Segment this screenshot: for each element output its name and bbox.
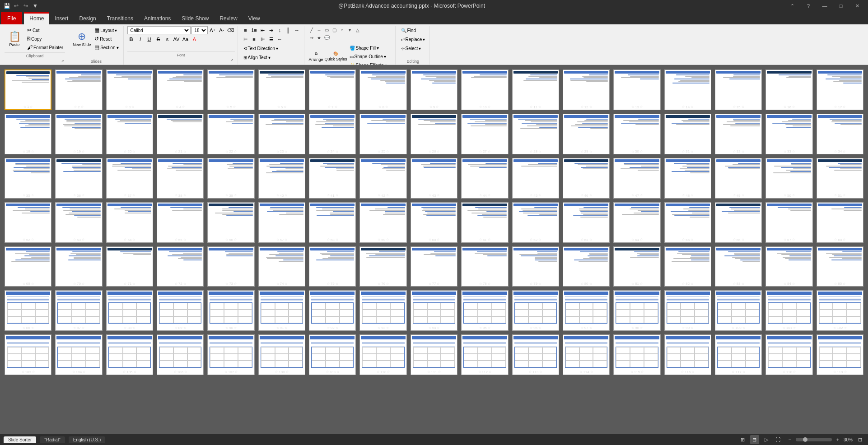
slide-thumb[interactable]: ☆109☆ xyxy=(309,334,356,375)
slide-thumb[interactable]: ☆62☆ xyxy=(512,202,559,243)
minimize-button[interactable]: — xyxy=(817,0,833,12)
slide-thumb[interactable]: ☆10☆ xyxy=(461,70,508,110)
undo-button[interactable]: ↩ xyxy=(12,2,20,10)
change-case-button[interactable]: Aa xyxy=(182,35,190,43)
slide-thumb[interactable]: ☆112☆ xyxy=(461,334,508,375)
slide-thumb[interactable]: ☆107☆ xyxy=(207,334,254,375)
slide-thumb[interactable]: ☆83☆ xyxy=(715,246,762,287)
tab-slideshow[interactable]: Slide Show xyxy=(176,12,214,24)
slide-thumb[interactable]: ☆24☆ xyxy=(309,114,356,154)
reading-view-button[interactable]: ▷ xyxy=(762,435,771,444)
slide-thumb[interactable]: ☆31☆ xyxy=(664,114,711,154)
slide-thumb[interactable]: ☆113☆ xyxy=(512,334,559,375)
slide-thumb[interactable]: ☆19☆ xyxy=(55,114,102,154)
slide-thumb[interactable]: ☆4☆ xyxy=(157,70,204,110)
columns-button[interactable]: ║ xyxy=(285,26,293,34)
slide-thumb[interactable]: ☆105☆ xyxy=(106,334,153,375)
slide-thumb[interactable]: ☆93☆ xyxy=(359,290,406,331)
slide-thumb[interactable]: ☆50☆ xyxy=(765,158,812,199)
shape-outline-button[interactable]: ▭ Shape Outline ▾ xyxy=(348,52,389,60)
slide-thumb[interactable]: ☆22☆ xyxy=(207,114,254,154)
slide-thumb[interactable]: ☆59☆ xyxy=(359,202,406,243)
slide-thumb[interactable]: ☆80☆ xyxy=(563,246,610,287)
shape-callout[interactable]: 💬 xyxy=(323,34,331,41)
slide-thumb[interactable]: ☆119☆ xyxy=(817,334,863,375)
slide-thumb[interactable]: ☆73☆ xyxy=(207,246,254,287)
slide-thumb[interactable]: ☆70☆ xyxy=(55,246,102,287)
slide-thumb[interactable]: ☆15☆ xyxy=(715,70,762,110)
section-button[interactable]: ▤ Section ▾ xyxy=(93,43,120,51)
slide-thumb[interactable]: ☆75☆ xyxy=(309,246,356,287)
slide-thumb[interactable]: ☆74☆ xyxy=(258,246,305,287)
char-spacing-button[interactable]: AV xyxy=(173,35,181,43)
slide-thumb[interactable]: ☆56☆ xyxy=(207,202,254,243)
font-shrink-button[interactable]: A- xyxy=(218,26,226,34)
shape-more[interactable]: ▾ xyxy=(346,26,354,33)
slide-thumb[interactable]: ☆100☆ xyxy=(715,290,762,331)
slide-thumb[interactable]: ☆55☆ xyxy=(157,202,204,243)
slide-thumb[interactable]: ☆30☆ xyxy=(613,114,660,154)
redo-button[interactable]: ↪ xyxy=(22,2,30,10)
tab-view[interactable]: View xyxy=(243,12,266,24)
slide-thumb[interactable]: ☆66☆ xyxy=(715,202,762,243)
help-button[interactable]: ? xyxy=(800,0,817,12)
shape-oval[interactable]: ○ xyxy=(339,26,346,33)
tab-design[interactable]: Design xyxy=(74,12,101,24)
shape-effects-button[interactable]: ✨ Shape Effects ▾ xyxy=(348,61,389,65)
slide-thumb[interactable]: ☆82☆ xyxy=(664,246,711,287)
shape-star[interactable]: ★ xyxy=(316,34,323,41)
align-text-button[interactable]: ⊞ Align Text ▾ xyxy=(242,53,272,61)
line-spacing-button[interactable]: ↕ xyxy=(276,26,284,34)
font-launcher[interactable]: ↗ xyxy=(229,57,235,63)
normal-view-button[interactable]: ⊞ xyxy=(738,435,747,444)
slide-thumb[interactable]: ☆117☆ xyxy=(715,334,762,375)
slide-thumb[interactable]: ☆40☆ xyxy=(258,158,305,199)
slide-thumb[interactable]: ☆69☆ xyxy=(5,246,51,287)
zoom-out-button[interactable]: − xyxy=(785,435,794,444)
slide-thumb[interactable]: ☆12☆ xyxy=(563,70,610,110)
slide-thumb[interactable]: ☆84☆ xyxy=(765,246,812,287)
slide-thumb[interactable]: ☆2☆ xyxy=(55,70,102,110)
slide-thumb[interactable]: ☆18☆ xyxy=(5,114,51,154)
slide-thumb[interactable]: ☆41☆ xyxy=(309,158,356,199)
reset-button[interactable]: ↺ Reset xyxy=(93,35,120,43)
slide-thumb[interactable]: ☆46☆ xyxy=(563,158,610,199)
slide-thumb[interactable]: ☆92☆ xyxy=(309,290,356,331)
italic-button[interactable]: I xyxy=(136,35,145,43)
slideshow-button[interactable]: ⛶ xyxy=(774,435,783,444)
shape-fill-button[interactable]: 🪣 Shape Fill ▾ xyxy=(348,44,389,52)
language-tab[interactable]: English (U.S.) xyxy=(69,436,106,443)
slide-thumb[interactable]: ☆34☆ xyxy=(817,114,863,154)
slide-sorter-tab[interactable]: Slide Sorter xyxy=(4,436,36,443)
slide-thumb[interactable]: ☆17☆ xyxy=(817,70,863,110)
slide-thumb[interactable]: ☆86☆ xyxy=(5,290,51,331)
slide-thumb[interactable]: ☆5☆ xyxy=(207,70,254,110)
slide-thumb[interactable]: ☆57☆ xyxy=(258,202,305,243)
slide-thumb[interactable]: ☆3☆ xyxy=(106,70,153,110)
arrange-button[interactable]: ⧉ Arrange xyxy=(308,47,324,65)
slide-thumb[interactable]: ☆1☆ xyxy=(5,70,51,110)
slide-thumb[interactable]: ☆89☆ xyxy=(157,290,204,331)
slide-thumb[interactable]: ☆47☆ xyxy=(613,158,660,199)
shape-arrow[interactable]: → xyxy=(316,26,323,33)
zoom-slider[interactable] xyxy=(796,438,832,441)
close-button[interactable]: ✕ xyxy=(849,0,865,12)
slide-thumb[interactable]: ☆102☆ xyxy=(817,290,863,331)
clipboard-launcher[interactable]: ↗ xyxy=(60,58,65,64)
slide-thumb[interactable]: ☆68☆ xyxy=(817,202,863,243)
slide-thumb[interactable]: ☆21☆ xyxy=(157,114,204,154)
numbering-button[interactable]: 1≡ xyxy=(250,26,258,34)
slide-thumb[interactable]: ☆96☆ xyxy=(512,290,559,331)
slide-thumb[interactable]: ☆63☆ xyxy=(563,202,610,243)
decrease-indent-button[interactable]: ⇤ xyxy=(259,26,267,34)
increase-indent-button[interactable]: ⇥ xyxy=(267,26,275,34)
bullets-button[interactable]: ≡ xyxy=(242,26,250,34)
slide-thumb[interactable]: ☆71☆ xyxy=(106,246,153,287)
slide-thumb[interactable]: ☆25☆ xyxy=(359,114,406,154)
slide-thumb[interactable]: ☆43☆ xyxy=(411,158,457,199)
slide-thumb[interactable]: ☆90☆ xyxy=(207,290,254,331)
slide-thumb[interactable]: ☆9☆ xyxy=(411,70,457,110)
paste-button[interactable]: 📋 Paste xyxy=(5,26,24,52)
slide-thumb[interactable]: ☆6☆ xyxy=(258,70,305,110)
slide-thumb[interactable]: ☆85☆ xyxy=(817,246,863,287)
